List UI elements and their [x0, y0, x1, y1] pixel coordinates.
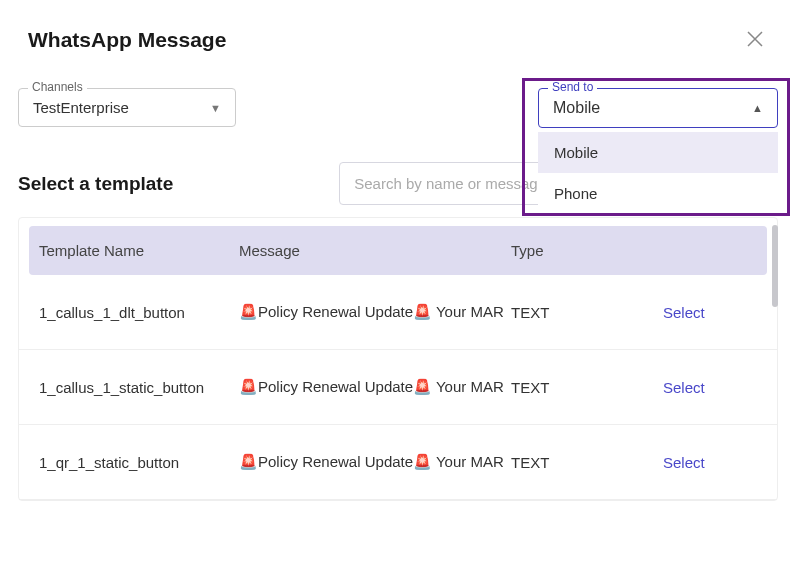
channels-label: Channels [28, 80, 87, 94]
chevron-up-icon: ▲ [752, 102, 763, 114]
sendto-dropdown: Mobile Phone [538, 132, 778, 214]
filter-row: Channels TestEnterprise ▼ Send to Mobile… [0, 68, 796, 128]
col-header-message: Message [239, 242, 511, 259]
select-template-link[interactable]: Select [663, 379, 705, 396]
cell-template-name: 1_callus_1_dlt_button [39, 304, 239, 321]
select-template-link[interactable]: Select [663, 304, 705, 321]
channels-value: TestEnterprise [33, 99, 129, 116]
table-header: Template Name Message Type [29, 226, 767, 275]
sendto-option-mobile[interactable]: Mobile [538, 132, 778, 173]
cell-message: 🚨Policy Renewal Update🚨 Your MAR [239, 303, 511, 321]
channels-field: Channels TestEnterprise ▼ [18, 88, 236, 128]
close-icon [746, 30, 764, 48]
cell-message: 🚨Policy Renewal Update🚨 Your MAR [239, 453, 511, 471]
col-header-type: Type [511, 242, 663, 259]
cell-template-name: 1_qr_1_static_button [39, 454, 239, 471]
dialog-title: WhatsApp Message [28, 28, 226, 52]
table-row: 1_qr_1_static_button 🚨Policy Renewal Upd… [19, 425, 777, 500]
sendto-select[interactable]: Mobile ▲ [538, 88, 778, 128]
cell-type: TEXT [511, 379, 663, 396]
table-row: 1_callus_1_static_button 🚨Policy Renewal… [19, 350, 777, 425]
chevron-down-icon: ▼ [210, 102, 221, 114]
template-section-title: Select a template [18, 173, 173, 195]
table-row: 1_callus_1_dlt_button 🚨Policy Renewal Up… [19, 275, 777, 350]
sendto-field: Send to Mobile ▲ Mobile Phone [538, 88, 778, 128]
template-table: Template Name Message Type 1_callus_1_dl… [18, 217, 778, 501]
cell-type: TEXT [511, 304, 663, 321]
template-table-area: Template Name Message Type 1_callus_1_dl… [0, 217, 796, 501]
sendto-label: Send to [548, 80, 597, 94]
cell-type: TEXT [511, 454, 663, 471]
select-template-link[interactable]: Select [663, 454, 705, 471]
sendto-value: Mobile [553, 99, 600, 117]
close-button[interactable] [742, 24, 768, 56]
cell-template-name: 1_callus_1_static_button [39, 379, 239, 396]
col-header-action [663, 242, 757, 259]
col-header-name: Template Name [39, 242, 239, 259]
dialog-header: WhatsApp Message [0, 0, 796, 68]
cell-message: 🚨Policy Renewal Update🚨 Your MAR [239, 378, 511, 396]
table-scrollbar[interactable] [772, 225, 778, 307]
sendto-option-phone[interactable]: Phone [538, 173, 778, 214]
